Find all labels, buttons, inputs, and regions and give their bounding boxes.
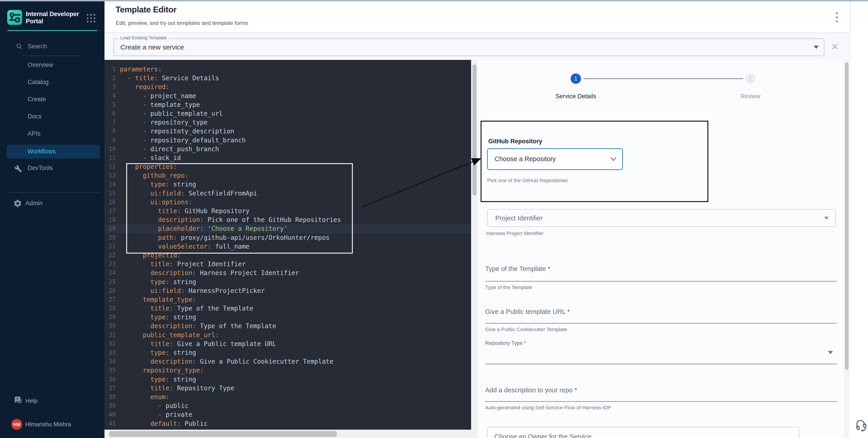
line-number: 38: [104, 393, 116, 401]
line-code: required:: [120, 82, 169, 91]
public-url-field-helper: Give a Public Cookiecutter Template: [485, 327, 567, 332]
sidebar-item-help[interactable]: Help: [25, 397, 37, 404]
code-line: 36 type: string: [104, 375, 471, 384]
line-number: 16: [104, 198, 116, 207]
line-code: type: string: [120, 348, 196, 357]
template-type-field-helper: Type of the Template: [485, 284, 532, 291]
line-code: repository_type:: [120, 366, 204, 375]
stepper-step-2[interactable]: 2: [745, 73, 755, 84]
line-number: 30: [104, 322, 116, 330]
line-number: 37: [104, 384, 116, 393]
line-code: - project_name: [120, 92, 196, 100]
code-line: 39 - public: [104, 401, 471, 410]
code-line: 5 - template_type: [104, 100, 471, 109]
repo-description-field-input[interactable]: [485, 401, 837, 402]
line-number: 19: [104, 224, 116, 233]
editor-hscroll-thumb[interactable]: [109, 431, 337, 437]
line-number: 12: [104, 162, 116, 171]
line-code: description: Harness Project Identifier: [120, 269, 299, 277]
github-repo-select[interactable]: Choose a Repository: [487, 148, 623, 170]
sidebar-item-workflows[interactable]: Workflows: [7, 145, 100, 159]
form-annotation-box: GitHub Repository Choose a Repository Pi…: [480, 121, 708, 202]
kebab-dot: [836, 20, 838, 22]
sidebar-item-overview[interactable]: Overview: [28, 62, 53, 68]
line-number: 20: [104, 233, 116, 242]
repository-type-field-label: Repository Type *: [485, 340, 526, 346]
app-grid-icon[interactable]: [87, 14, 96, 23]
sidebar-item-docs[interactable]: Docs: [28, 113, 41, 120]
circuit-logo-icon: [7, 10, 22, 25]
load-template-value: Create a new service: [120, 43, 184, 51]
sidebar-item-devtools[interactable]: DevTools: [28, 165, 53, 172]
repository-type-caret-icon[interactable]: [828, 351, 833, 354]
repository-type-field-input[interactable]: [485, 364, 837, 364]
load-template-select[interactable]: [114, 38, 824, 56]
code-line: 28 title: Type of the Template: [104, 304, 471, 313]
kebab-menu-button[interactable]: [834, 12, 839, 22]
line-code: - slack_id: [120, 154, 181, 162]
project-identifier-select[interactable]: Project Identifier: [487, 209, 836, 227]
code-line: 23 title: Project Identifier: [104, 260, 471, 269]
line-number: 32: [104, 339, 116, 348]
step-2-number: 2: [749, 75, 752, 81]
public-url-field-input[interactable]: [485, 323, 837, 324]
app-logo[interactable]: [7, 10, 22, 25]
line-number: 24: [104, 269, 116, 277]
panel-vscroll-thumb[interactable]: [845, 62, 848, 370]
code-line: 37 title: Repository Type: [104, 384, 471, 393]
line-code: description: Type of the Template: [120, 322, 276, 330]
line-code: - title: Service Details: [120, 74, 219, 82]
sidebar-item-create[interactable]: Create: [28, 96, 46, 103]
sidebar-item-apis[interactable]: APIs: [28, 130, 40, 137]
search-input[interactable]: Search: [28, 43, 47, 50]
code-line: 34 description: Give a Public Cookiecutt…: [104, 357, 471, 366]
step-1-number: 1: [574, 75, 577, 81]
code-line: 32 title: Give a Public template URL: [104, 339, 471, 348]
stepper-step-1[interactable]: 1: [570, 73, 581, 84]
avatar[interactable]: HM: [11, 419, 22, 430]
service-owner-select[interactable]: Choose an Owner for the Service: [487, 427, 799, 438]
load-select-caret-icon[interactable]: [814, 46, 819, 49]
line-code: title: Give a Public template URL: [120, 339, 276, 348]
load-template-label: Load Existing Template: [119, 35, 169, 40]
line-code: - repositoty_description: [120, 127, 234, 136]
stepper-label-service-details: Service Details: [542, 93, 610, 100]
avatar-initials: HM: [13, 422, 20, 427]
line-code: - public: [120, 401, 188, 410]
line-number: 6: [104, 109, 116, 118]
template-type-field-input[interactable]: [485, 281, 837, 281]
line-code: - direct_push_branch: [120, 145, 219, 154]
line-code: - template_type: [120, 100, 200, 109]
project-identifier-caret-icon: [824, 217, 829, 220]
line-number: 40: [104, 410, 116, 419]
sidebar-item-admin[interactable]: Admin: [25, 200, 43, 207]
code-line: 9 - repository_default_branch: [104, 136, 471, 145]
stepper-label-review: Review: [716, 93, 784, 100]
close-icon[interactable]: ×: [831, 41, 838, 53]
line-number: 1: [104, 65, 116, 74]
page-title: Template Editor: [116, 5, 177, 14]
line-code: type: string: [120, 277, 196, 287]
line-code: default: Public: [120, 419, 208, 428]
user-name[interactable]: Himanshu Mishra: [25, 421, 71, 428]
code-line: 33 type: string: [104, 348, 471, 357]
sidebar-item-workflows-label: Workflows: [28, 148, 56, 155]
code-annotation-box: [126, 163, 353, 254]
code-line: 4 - project_name: [104, 92, 471, 100]
line-code: title: Type of the Template: [120, 304, 253, 313]
line-number: 2: [104, 74, 116, 82]
code-line: 40 - private: [104, 410, 471, 419]
line-code: template_type:: [120, 295, 196, 304]
page-header: [104, 1, 851, 33]
line-code: title: Repository Type: [120, 384, 234, 393]
code-line: 27 template_type:: [104, 295, 471, 304]
line-number: 22: [104, 251, 116, 260]
code-line: 7 - repository_type: [104, 118, 471, 127]
code-line: 2 - title: Service Details: [104, 74, 471, 82]
editor-vscroll-thumb[interactable]: [472, 64, 476, 196]
code-line: 10 - direct_push_branch: [104, 145, 471, 154]
code-line: 25 type: string: [104, 277, 471, 287]
support-headset-icon[interactable]: [852, 416, 868, 433]
sidebar-item-catalog[interactable]: Catalog: [28, 79, 49, 86]
line-number: 3: [104, 82, 116, 91]
